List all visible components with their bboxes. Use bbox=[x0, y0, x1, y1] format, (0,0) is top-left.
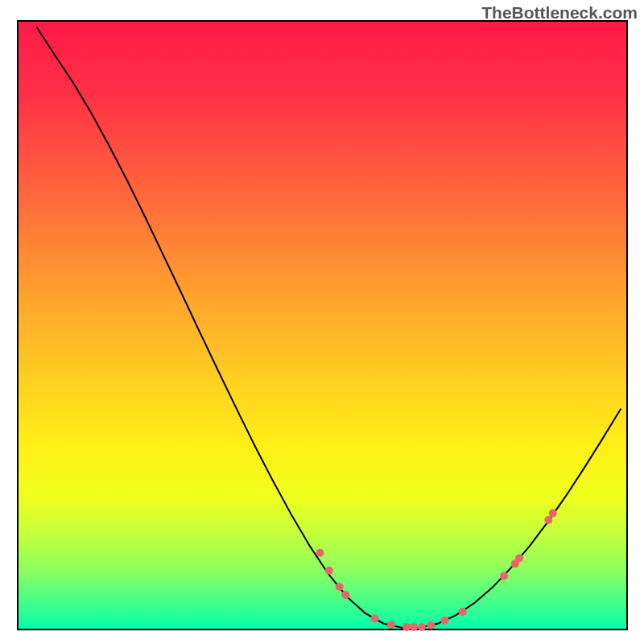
data-dot bbox=[500, 572, 508, 580]
data-dot bbox=[371, 614, 379, 622]
chart-container: TheBottleneck.com bbox=[0, 0, 644, 644]
data-dot bbox=[387, 621, 395, 629]
data-dot bbox=[427, 621, 435, 630]
data-dot bbox=[544, 516, 552, 524]
data-dot bbox=[418, 623, 426, 631]
data-dot bbox=[341, 591, 349, 599]
data-dot bbox=[316, 549, 324, 557]
data-dot bbox=[336, 583, 344, 591]
data-dot bbox=[549, 510, 557, 518]
data-dot bbox=[441, 617, 449, 625]
data-dot bbox=[402, 623, 411, 631]
data-dot bbox=[325, 567, 333, 575]
watermark-text: TheBottleneck.com bbox=[481, 3, 638, 23]
chart-svg bbox=[0, 0, 644, 644]
data-dot bbox=[515, 555, 523, 563]
data-dot bbox=[459, 608, 467, 616]
data-dot bbox=[410, 623, 418, 631]
